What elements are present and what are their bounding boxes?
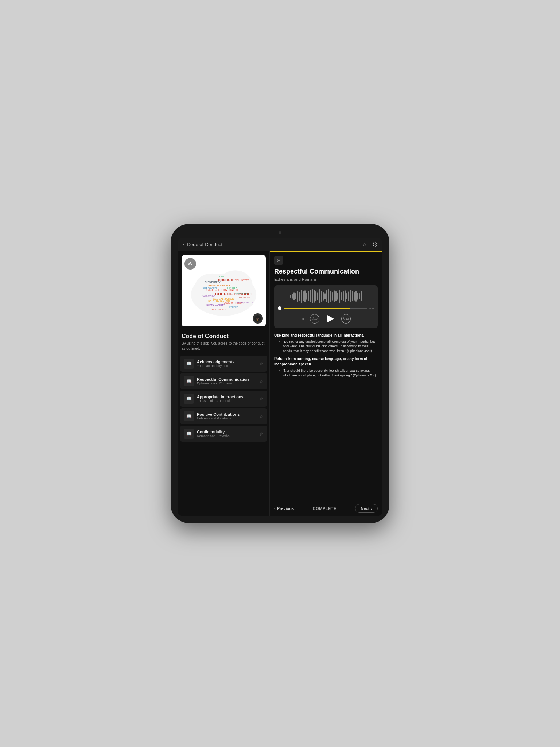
star-icon[interactable]: ☆ <box>259 379 264 384</box>
waveform-bar <box>295 293 296 299</box>
previous-button[interactable]: ‹ Previous <box>274 506 294 511</box>
bottom-navigation: ‹ Previous COMPLETE Next › <box>270 501 382 516</box>
list-item-title: Appropriate Interactions <box>197 395 256 399</box>
rewind-icon: ↺15 <box>312 317 318 320</box>
lesson-list: 📖 Acknowledgements Your part and my part… <box>178 355 269 442</box>
waveform-bar <box>332 292 333 301</box>
waveform-bar <box>308 291 309 301</box>
thumbnail-container: 0/9 CONDUCT RESPONSIBILITY PRIVACY SELF … <box>182 255 266 326</box>
waveform-bar <box>319 289 320 303</box>
list-item[interactable]: 📖 Appropriate Interactions Thessalonians… <box>180 391 267 407</box>
waveform-bar <box>345 290 346 302</box>
waveform-bar <box>314 290 315 303</box>
header-right: ☆ ⛓ <box>362 241 377 247</box>
header-bar: ‹ Code of Conduct ☆ ⛓ <box>178 238 382 251</box>
waveform-bar <box>326 290 327 302</box>
star-icon[interactable]: ☆ <box>259 396 264 402</box>
play-button[interactable] <box>324 313 336 325</box>
waveform-bar <box>348 291 349 301</box>
chevron-right-icon: › <box>371 506 372 511</box>
list-item-subtitle: Hebrews and Galatians <box>197 417 256 420</box>
list-item[interactable]: 📖 Acknowledgements Your part and my part… <box>180 356 267 372</box>
waveform-bar <box>323 292 324 301</box>
left-panel: 0/9 CONDUCT RESPONSIBILITY PRIVACY SELF … <box>178 251 270 516</box>
waveform-bar <box>301 290 302 303</box>
waveform-bar <box>355 291 357 302</box>
section-logo: 🦅 <box>253 313 263 324</box>
svg-text:SUSTAINABILITY: SUSTAINABILITY <box>206 304 225 306</box>
svg-text:SELF CONTROL: SELF CONTROL <box>202 287 217 289</box>
list-item-text: Appropriate Interactions Thessalonians a… <box>197 395 256 403</box>
list-item-subtitle: Romans and Proverbs <box>197 434 256 438</box>
svg-text:RESPONSIBILITY: RESPONSIBILITY <box>237 301 253 303</box>
list-item-text: Respectful Communication Ephesians and R… <box>197 377 256 385</box>
speed-button[interactable]: 1x <box>301 317 305 321</box>
left-section-title: Code of Conduct <box>178 330 269 341</box>
book-icon: 📖 <box>184 429 194 439</box>
waveform-bar <box>324 293 326 299</box>
waveform-bar <box>293 292 295 300</box>
svg-text:RESPONSIBILITY: RESPONSIBILITY <box>208 284 230 287</box>
play-icon <box>327 315 334 322</box>
svg-text:SELF CONDUCT: SELF CONDUCT <box>211 308 227 310</box>
list-item-text: Confidentiality Romans and Proverbs <box>197 430 256 438</box>
camera-dot <box>279 231 281 234</box>
waveform-bar <box>310 290 311 302</box>
previous-label: Previous <box>277 506 294 511</box>
waveform-bar <box>341 292 342 300</box>
list-item[interactable]: 📖 Confidentiality Romans and Proverbs ☆ <box>180 426 267 442</box>
body-paragraph-2: Refrain from cursing, coarse language, o… <box>274 356 378 367</box>
content-area: 0/9 CONDUCT RESPONSIBILITY PRIVACY SELF … <box>178 251 382 516</box>
waveform-bar <box>361 291 362 301</box>
svg-text:CORRUPTION: CORRUPTION <box>202 295 215 297</box>
waveform-bar <box>357 293 358 300</box>
content-title: Respectful Communication <box>274 268 378 276</box>
waveform-bar <box>304 290 306 302</box>
waveform-bar <box>328 289 329 303</box>
left-section-description: By using this app, you agree to the code… <box>178 341 269 355</box>
list-item-title: Acknowledgements <box>197 360 256 364</box>
waveform-bar <box>346 293 347 299</box>
progress-time: --:-- <box>369 306 374 310</box>
waveform-bar <box>315 291 316 301</box>
list-item-subtitle: Ephesians and Romans <box>197 382 256 385</box>
star-icon[interactable]: ☆ <box>362 241 367 247</box>
svg-text:DIGNITY: DIGNITY <box>218 275 226 278</box>
audio-player: --:-- 1x ↺15 ↻15 <box>274 285 378 328</box>
waveform <box>278 289 374 303</box>
waveform-bar <box>321 291 322 302</box>
star-icon[interactable]: ☆ <box>259 414 264 419</box>
waveform-bar <box>306 293 307 300</box>
back-icon[interactable]: ‹ <box>183 241 185 247</box>
chevron-left-icon: ‹ <box>274 506 276 511</box>
waveform-bar <box>334 290 335 302</box>
rewind-button[interactable]: ↺15 <box>310 314 319 324</box>
waveform-bar <box>299 292 300 301</box>
waveform-bar <box>339 290 340 303</box>
link-icon[interactable]: ⛓ <box>372 241 377 247</box>
waveform-bar <box>335 291 337 301</box>
content-link-icon: ⛓ <box>274 256 283 265</box>
progress-bar[interactable]: --:-- <box>278 306 374 310</box>
svg-text:SUBSIDIARITY: SUBSIDIARITY <box>205 281 221 283</box>
list-item-text: Positive Contributions Hebrews and Galat… <box>197 412 256 420</box>
waveform-bar <box>312 289 313 303</box>
complete-button[interactable]: COMPLETE <box>313 506 337 511</box>
list-item[interactable]: 📖 Positive Contributions Hebrews and Gal… <box>180 408 267 424</box>
forward-button[interactable]: ↻15 <box>341 314 351 324</box>
svg-text:DATA PROTECTION: DATA PROTECTION <box>208 299 230 302</box>
next-button[interactable]: Next › <box>355 504 378 513</box>
header-left: ‹ Code of Conduct <box>183 241 222 247</box>
body-paragraph-1: Use kind and respectful language in all … <box>274 333 378 338</box>
list-item-text: Acknowledgements Your part and my part.. <box>197 360 256 368</box>
screen: ‹ Code of Conduct ☆ ⛓ 0/9 <box>178 238 382 516</box>
waveform-bar <box>352 291 353 301</box>
progress-track <box>284 308 367 309</box>
right-panel: ⛓ Respectful Communication Ephesians and… <box>270 251 382 516</box>
list-item-subtitle: Thessalonians and Luke <box>197 399 256 403</box>
star-icon[interactable]: ☆ <box>259 361 264 367</box>
list-item[interactable]: 📖 Respectful Communication Ephesians and… <box>180 373 267 389</box>
star-icon[interactable]: ☆ <box>259 431 264 437</box>
waveform-bar <box>303 291 304 301</box>
body-bullet-1: "Do not let any unwholesome talk come ou… <box>283 340 378 353</box>
